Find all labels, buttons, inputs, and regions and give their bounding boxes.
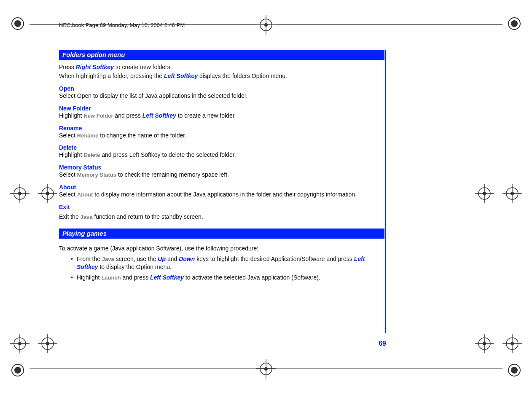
svg-point-3 [511,20,518,27]
text: Select [59,132,77,139]
java-keyword: Java [102,256,114,262]
rename-keyword: Rename [77,132,99,139]
text: Highlight [77,274,101,281]
memory-status-description: Select Memory Status to check the remain… [59,171,384,179]
up-key-label: Up [158,255,166,262]
text: to create new folders. [114,64,172,70]
intro-line-1: Press Right Softkey to create new folder… [59,63,384,71]
text: and press [113,112,142,119]
subheading-new-folder: New Folder [59,105,384,112]
crosshair-icon [502,184,522,203]
svg-point-43 [483,342,486,345]
registration-mark-icon [507,16,522,31]
text: displays the folders Option menu. [198,73,287,79]
text: Exit the [59,213,81,220]
page-content: Folders option menu Press Right Softkey … [59,50,384,284]
svg-point-11 [264,23,268,27]
subheading-rename: Rename [59,125,384,132]
rename-description: Select Rename to change the name of the … [59,132,384,140]
delete-keyword: Delete [83,152,100,158]
text: Select [59,191,77,198]
text: to activate the selected Java applicatio… [184,274,320,281]
svg-point-23 [46,192,49,195]
svg-point-35 [18,342,21,345]
down-key-label: Down [179,255,195,262]
new-folder-keyword: New Folder [83,113,113,119]
registration-mark-icon [507,363,522,378]
crosshair-icon [256,15,276,35]
subheading-about: About [59,184,384,191]
section-heading-playing-games: Playing games [59,229,384,239]
text: to create a new folder. [176,112,236,119]
crosshair-icon [38,334,57,353]
text: and press [121,274,150,281]
left-softkey-label: Left Softkey [164,73,198,79]
text: to check the remaining memory space left… [116,171,229,178]
crosshair-icon [10,184,30,203]
subheading-memory-status: Memory Status [59,164,384,171]
text: and press Left Softkey to delete the sel… [100,151,236,158]
subheading-exit: Exit [59,204,384,210]
right-margin-rule [385,50,386,333]
registration-mark-icon [10,363,25,378]
section-heading-folders: Folders option menu [59,50,384,60]
new-folder-description: Highlight New Folder and press Left Soft… [59,112,384,120]
registration-mark-icon [10,16,25,31]
svg-point-19 [18,192,21,195]
svg-point-47 [511,342,514,345]
delete-description: Highlight Delete and press Left Softkey … [59,151,384,159]
text: to display more information about the Ja… [93,191,357,198]
crosshair-icon [475,334,494,353]
java-keyword: Java [81,214,93,220]
about-keyword: About [77,191,93,198]
text: and [166,255,179,262]
playing-games-steps: From the Java screen, use the Up and Dow… [71,255,384,282]
right-softkey-label: Right Softkey [76,64,114,70]
svg-point-5 [14,367,21,374]
about-description: Select About to display more information… [59,191,384,199]
text: function and return to the standby scree… [93,213,203,220]
text: keys to highlight the desired Applicatio… [195,255,354,262]
launch-keyword: Launch [101,274,121,281]
svg-point-39 [46,342,49,345]
open-description: Select Open to display the list of Java … [59,92,384,100]
list-item: From the Java screen, use the Up and Dow… [71,255,384,271]
book-header-breadcrumb: NEC.book Page 69 Monday, May 10, 2004 2:… [59,22,185,28]
svg-point-7 [511,367,518,374]
left-softkey-label: Left Softkey [150,274,184,281]
playing-games-intro: To activate a game (Java application Sof… [59,245,384,253]
text: screen, use the [114,255,158,262]
svg-point-27 [483,192,486,195]
crosshair-icon [38,184,57,203]
subheading-open: Open [59,85,384,92]
page-number: 69 [379,340,386,347]
svg-point-31 [511,192,514,195]
text: Press [59,64,76,70]
crosshair-icon [502,334,522,353]
svg-point-1 [14,20,21,27]
text: From the [77,255,102,262]
left-softkey-label: Left Softkey [142,112,176,119]
text: to change the name of the folder. [98,132,186,139]
crosshair-icon [10,334,30,353]
memory-status-keyword: Memory Status [77,172,116,178]
text: When highlighting a folder, pressing the [59,73,164,79]
subheading-delete: Delete [59,144,384,151]
text: Select [59,171,77,178]
list-item: Highlight Launch and press Left Softkey … [71,274,384,282]
text: to display the Option menu. [98,264,172,270]
intro-line-2: When highlighting a folder, pressing the… [59,72,384,80]
crosshair-icon [475,184,494,203]
svg-point-15 [264,367,268,371]
text: Highlight [59,112,83,119]
text: Highlight [59,151,83,158]
crosshair-icon [256,359,276,379]
exit-description: Exit the Java function and return to the… [59,213,384,221]
